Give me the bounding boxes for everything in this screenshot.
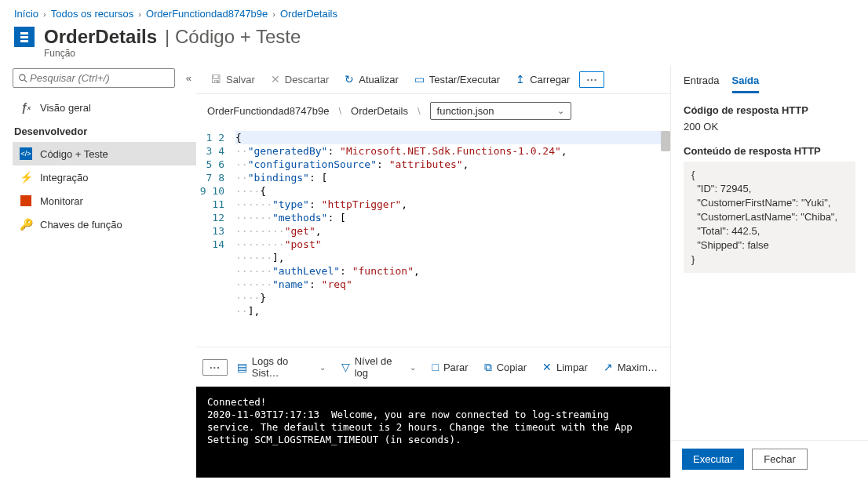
maximize-button[interactable]: ↗ Maxim… bbox=[597, 358, 664, 376]
refresh-button[interactable]: ↻ Atualizar bbox=[338, 70, 405, 89]
sidebar-item-monitor[interactable]: Monitorar bbox=[13, 189, 196, 213]
sidebar-item-label: Visão geral bbox=[40, 102, 91, 114]
breadcrumb-function-app[interactable]: OrderFunctiondad8747b9e bbox=[146, 8, 268, 20]
stop-button[interactable]: □ Parar bbox=[425, 358, 474, 376]
logs-dropdown[interactable]: ▤ Logs do Sist… ⌄ bbox=[231, 352, 332, 382]
test-run-button[interactable]: ▭ Testar/Executar bbox=[408, 70, 506, 89]
breadcrumb: Início › Todos os recursos › OrderFuncti… bbox=[0, 0, 868, 23]
discard-icon: ✕ bbox=[271, 73, 280, 85]
fx-icon: ƒx bbox=[20, 101, 32, 114]
path-function: OrderDetails bbox=[351, 105, 408, 117]
code-icon: </> bbox=[20, 147, 32, 160]
monitor-icon bbox=[20, 194, 32, 207]
sidebar-item-overview[interactable]: ƒx Visão geral bbox=[13, 96, 196, 119]
search-input[interactable] bbox=[28, 71, 170, 85]
breadcrumb-function[interactable]: OrderDetails bbox=[280, 8, 337, 20]
scrollbar-thumb[interactable] bbox=[661, 131, 670, 151]
maximize-icon: ↗ bbox=[604, 361, 613, 373]
clear-button[interactable]: ✕ Limpar bbox=[536, 358, 594, 376]
chevron-right-icon: › bbox=[43, 9, 46, 19]
test-panel: Entrada Saída Código de resposta HTTP 20… bbox=[670, 65, 868, 478]
collapse-sidebar-button[interactable]: « bbox=[181, 72, 196, 84]
sidebar-item-label: Chaves de função bbox=[40, 219, 122, 231]
save-button[interactable]: 🖫 Salvar bbox=[204, 70, 261, 89]
path-separator: \ bbox=[338, 105, 341, 117]
function-app-icon bbox=[14, 27, 35, 47]
response-code-label: Código de resposta HTTP bbox=[684, 104, 855, 116]
sidebar: « ƒx Visão geral Desenvolvedor </> Códig… bbox=[0, 65, 196, 478]
upload-button[interactable]: ↥ Carregar bbox=[509, 70, 576, 89]
file-dropdown[interactable]: function.json ⌄ bbox=[430, 102, 571, 120]
page-subtitle: | Código + Teste bbox=[165, 26, 301, 48]
copy-icon: ⧉ bbox=[484, 361, 492, 374]
log-level-dropdown[interactable]: ▽ Nível de log ⌄ bbox=[335, 352, 423, 382]
path-separator: \ bbox=[418, 105, 421, 117]
search-box[interactable] bbox=[13, 68, 175, 88]
sidebar-item-label: Código + Teste bbox=[40, 148, 108, 160]
run-button[interactable]: Executar bbox=[682, 449, 744, 470]
copy-button[interactable]: ⧉ Copiar bbox=[478, 358, 533, 377]
logs-icon: ▤ bbox=[237, 361, 247, 373]
stop-icon: □ bbox=[432, 361, 438, 373]
log-toolbar: ··· ▤ Logs do Sist… ⌄ ▽ Nível de log ⌄ □… bbox=[196, 347, 670, 387]
search-icon bbox=[18, 73, 28, 84]
svg-point-0 bbox=[20, 75, 25, 80]
file-path-row: OrderFunctiondad8747b9e \ OrderDetails \… bbox=[196, 94, 670, 128]
page-caption: Função bbox=[0, 48, 868, 59]
response-content-label: Conteúdo de resposta HTTP bbox=[684, 145, 855, 157]
svg-line-1 bbox=[24, 79, 27, 82]
response-body: { "ID": 72945, "CustomerFirstName": "Yuk… bbox=[684, 162, 855, 273]
path-app: OrderFunctiondad8747b9e bbox=[207, 105, 329, 117]
refresh-icon: ↻ bbox=[345, 73, 354, 85]
close-button[interactable]: Fechar bbox=[752, 449, 807, 470]
toolbar-more-button[interactable]: ··· bbox=[579, 71, 604, 88]
code-editor[interactable]: 1 2 3 4 5 6 7 8 9 10 11 12 13 14 { ··"ge… bbox=[196, 128, 670, 347]
main-content: 🖫 Salvar ✕ Descartar ↻ Atualizar ▭ Testa… bbox=[196, 65, 670, 478]
test-tabs: Entrada Saída bbox=[671, 65, 868, 93]
bolt-icon: ⚡ bbox=[20, 171, 32, 184]
editor-code[interactable]: { ··"generatedBy": "Microsoft.NET.Sdk.Fu… bbox=[232, 128, 670, 347]
log-console: Connected! 2020-11-03T17:17:13 Welcome, … bbox=[196, 387, 670, 478]
file-dropdown-value: function.json bbox=[437, 105, 494, 117]
filter-icon: ▽ bbox=[341, 361, 350, 373]
log-more-button[interactable]: ··· bbox=[202, 359, 228, 376]
command-toolbar: 🖫 Salvar ✕ Descartar ↻ Atualizar ▭ Testa… bbox=[196, 65, 670, 94]
sidebar-section-developer: Desenvolvedor bbox=[13, 119, 196, 142]
tab-input[interactable]: Entrada bbox=[684, 75, 720, 93]
chevron-right-icon: › bbox=[138, 9, 141, 19]
sidebar-item-integration[interactable]: ⚡ Integração bbox=[13, 165, 196, 189]
breadcrumb-home[interactable]: Início bbox=[14, 8, 38, 20]
response-code-value: 200 OK bbox=[684, 121, 855, 133]
tab-output[interactable]: Saída bbox=[732, 75, 760, 93]
sidebar-item-function-keys[interactable]: 🔑 Chaves de função bbox=[13, 213, 196, 236]
breadcrumb-all-resources[interactable]: Todos os recursos bbox=[51, 8, 134, 20]
page-title-row: OrderDetails | Código + Teste bbox=[0, 23, 868, 49]
upload-icon: ↥ bbox=[516, 73, 525, 85]
chevron-right-icon: › bbox=[272, 9, 275, 19]
chevron-down-icon: ⌄ bbox=[410, 363, 416, 372]
chevron-down-icon: ⌄ bbox=[557, 106, 564, 116]
editor-gutter: 1 2 3 4 5 6 7 8 9 10 11 12 13 14 bbox=[196, 128, 232, 347]
test-panel-footer: Executar Fechar bbox=[671, 440, 868, 478]
discard-button[interactable]: ✕ Descartar bbox=[264, 70, 335, 89]
sidebar-item-code-test[interactable]: </> Código + Teste bbox=[13, 142, 196, 165]
save-icon: 🖫 bbox=[210, 73, 221, 85]
chevron-down-icon: ⌄ bbox=[319, 363, 326, 372]
page-title: OrderDetails bbox=[44, 26, 157, 48]
test-icon: ▭ bbox=[414, 73, 425, 85]
clear-icon: ✕ bbox=[542, 361, 552, 373]
sidebar-item-label: Monitorar bbox=[40, 195, 83, 207]
key-icon: 🔑 bbox=[20, 218, 32, 231]
sidebar-item-label: Integração bbox=[40, 172, 88, 184]
